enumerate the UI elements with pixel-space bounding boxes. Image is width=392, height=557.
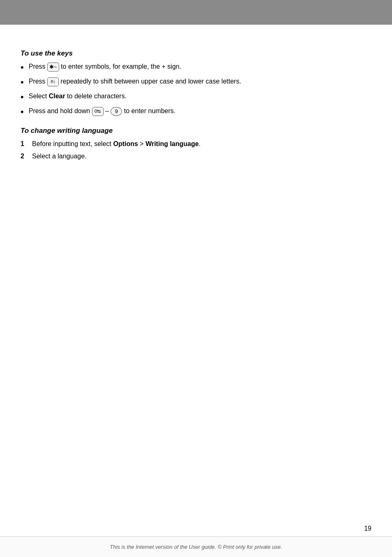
step1-content: Before inputting text, select Options > … bbox=[32, 139, 371, 149]
step1-connector: > bbox=[138, 140, 145, 147]
bullet1-press: Press bbox=[29, 63, 47, 70]
bullet2-content: Press #↕ repeatedly to shift between upp… bbox=[29, 77, 371, 86]
bullet3-suffix: to delete characters. bbox=[65, 93, 127, 100]
step2-text: Select a language. bbox=[32, 153, 87, 160]
list-item: • Select Clear to delete characters. bbox=[21, 91, 371, 104]
bullet-list-keys: • Press ✱~ to enter symbols, for example… bbox=[21, 62, 371, 118]
step2-content: Select a language. bbox=[32, 151, 371, 161]
nine-key-icon: 9 bbox=[111, 107, 122, 116]
bullet-dot: • bbox=[21, 105, 24, 118]
bullet3-content: Select Clear to delete characters. bbox=[29, 91, 371, 101]
bullet1-suffix: to enter symbols, for example, the + sig… bbox=[61, 63, 181, 70]
main-content: To use the keys • Press ✱~ to enter symb… bbox=[0, 25, 392, 194]
step1-bold2: Writing language bbox=[145, 140, 198, 147]
list-item: • Press and hold down 0⇆ – 9 to enter nu… bbox=[21, 106, 371, 118]
footer-text: This is the Internet version of the User… bbox=[110, 544, 282, 550]
bullet1-content: Press ✱~ to enter symbols, for example, … bbox=[29, 62, 371, 72]
section1-title: To use the keys bbox=[21, 49, 371, 58]
step1-bold1: Options bbox=[113, 140, 138, 147]
bullet4-prefix: Press and hold down bbox=[29, 107, 92, 114]
zero-key-icon: 0⇆ bbox=[92, 107, 104, 116]
footer: This is the Internet version of the User… bbox=[0, 536, 392, 557]
step1-text: Before inputting text, select bbox=[32, 140, 113, 147]
bullet-dot: • bbox=[21, 90, 24, 104]
page-number: 19 bbox=[364, 525, 371, 532]
bullet4-content: Press and hold down 0⇆ – 9 to enter numb… bbox=[29, 106, 371, 116]
bullet4-dash: – bbox=[105, 107, 111, 114]
list-item: 2 Select a language. bbox=[21, 151, 371, 161]
bullet4-suffix: to enter numbers. bbox=[124, 107, 175, 114]
bullet-dot: • bbox=[21, 60, 24, 74]
list-item: • Press #↕ repeatedly to shift between u… bbox=[21, 77, 371, 89]
bullet2-press: Press bbox=[29, 78, 47, 85]
bullet3-text: Select bbox=[29, 93, 49, 100]
numbered-list-language: 1 Before inputting text, select Options … bbox=[21, 139, 371, 161]
section2-title: To change writing language bbox=[21, 127, 371, 135]
top-bar bbox=[0, 0, 392, 25]
step1-end: . bbox=[199, 140, 201, 147]
star-key-icon: ✱~ bbox=[47, 63, 59, 72]
bullet3-bold: Clear bbox=[49, 93, 65, 100]
step2-number: 2 bbox=[21, 151, 26, 161]
bullet-dot: • bbox=[21, 75, 24, 89]
step1-number: 1 bbox=[21, 139, 26, 149]
bullet2-suffix: repeatedly to shift between upper case a… bbox=[61, 78, 241, 85]
list-item: 1 Before inputting text, select Options … bbox=[21, 139, 371, 149]
hash-key-icon: #↕ bbox=[47, 77, 59, 86]
list-item: • Press ✱~ to enter symbols, for example… bbox=[21, 62, 371, 74]
